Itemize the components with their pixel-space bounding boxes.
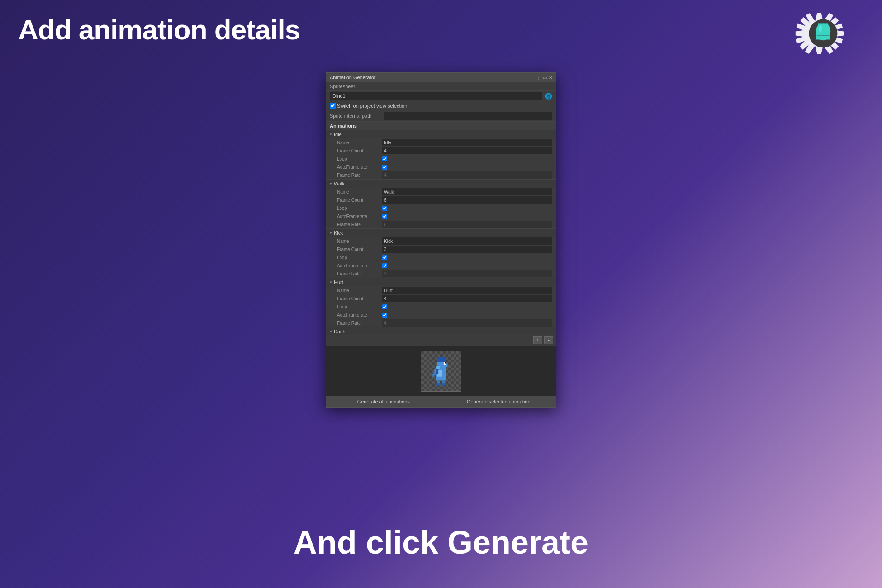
page-subtitle: And click Generate [294, 524, 588, 561]
add-animation-button[interactable]: + [533, 336, 542, 344]
sprite-path-input[interactable] [384, 112, 552, 120]
loop-checkbox[interactable] [382, 206, 387, 211]
auto-framerate-field-row: AutoFramerate [326, 311, 556, 319]
svg-rect-12 [438, 357, 445, 360]
auto-framerate-checkbox[interactable] [382, 165, 387, 170]
animations-body: ▾ Idle Name Frame Count Loop AutoFramera… [326, 130, 556, 334]
loop-check-value [382, 255, 552, 260]
name-field-row: Name [326, 286, 556, 294]
loop-checkbox[interactable] [382, 255, 387, 260]
anim-group-header[interactable]: ▾ Idle [326, 130, 556, 138]
dino-sprite [430, 357, 452, 386]
loop-field-row: Loop [326, 303, 556, 311]
frame-rate-input [382, 319, 552, 327]
dino-input-row: 🌐 [326, 91, 556, 101]
anim-group-dash: ▾ Dash Name Frame Count Loop AutoFramera… [326, 327, 556, 334]
frame-count-field-row: Frame Count [326, 294, 556, 303]
anim-group-header[interactable]: ▾ Kick [326, 229, 556, 237]
frame-count-field-row: Frame Count [326, 147, 556, 155]
anim-group-header[interactable]: ▾ Dash [326, 327, 556, 334]
anim-group-kick: ▾ Kick Name Frame Count Loop AutoFramera… [326, 229, 556, 278]
svg-rect-22 [436, 369, 438, 374]
generate-buttons: Generate all animations Generate selecte… [326, 396, 556, 407]
auto-framerate-checkbox[interactable] [382, 313, 387, 318]
name-label: Name [337, 288, 382, 293]
frame-rate-label: Frame Rate [337, 271, 382, 276]
anim-group-idle: ▾ Idle Name Frame Count Loop AutoFramera… [326, 130, 556, 180]
collapse-arrow: ▾ [330, 329, 332, 334]
page-title: Add animation details [18, 14, 300, 46]
name-input[interactable] [382, 237, 552, 245]
name-input[interactable] [382, 139, 552, 146]
menu-icon[interactable]: ⋮ [536, 75, 541, 80]
name-input[interactable] [382, 188, 552, 195]
name-field-row: Name [326, 138, 556, 147]
auto-framerate-field-row: AutoFramerate [326, 212, 556, 220]
remove-animation-button[interactable]: - [544, 336, 553, 344]
frame-count-label: Frame Count [337, 148, 382, 153]
minimize-icon[interactable]: ▭ [543, 75, 547, 80]
generate-selected-button[interactable]: Generate selected animation [441, 396, 556, 407]
close-icon[interactable]: ✕ [549, 75, 552, 80]
loop-checkbox[interactable] [382, 156, 387, 161]
name-label: Name [337, 239, 382, 244]
switch-label: Switch on project view selection [337, 103, 407, 109]
anim-name: Hurt [334, 280, 343, 285]
animations-header: Animations [326, 122, 556, 130]
auto-framerate-check-value [382, 263, 552, 268]
collapse-arrow: ▾ [330, 181, 332, 186]
anim-name: Kick [334, 230, 343, 236]
anim-name: Idle [334, 132, 342, 137]
name-field-row: Name [326, 237, 556, 245]
auto-framerate-label: AutoFramerate [337, 263, 382, 268]
animation-generator-window: Animation Generator ⋮ ▭ ✕ Spritesheet 🌐 … [326, 72, 556, 408]
collapse-arrow: ▾ [330, 132, 332, 137]
frame-count-input[interactable] [382, 295, 552, 302]
switch-row: Switch on project view selection [326, 101, 556, 110]
gear-logo [782, 9, 864, 90]
auto-framerate-field-row: AutoFramerate [326, 163, 556, 171]
auto-framerate-label: AutoFramerate [337, 214, 382, 219]
auto-framerate-field-row: AutoFramerate [326, 261, 556, 270]
collapse-arrow: ▾ [330, 231, 332, 235]
generate-all-button[interactable]: Generate all animations [326, 396, 441, 407]
frame-count-input[interactable] [382, 196, 552, 204]
name-label: Name [337, 190, 382, 194]
auto-framerate-checkbox[interactable] [382, 214, 387, 219]
frame-count-field-row: Frame Count [326, 196, 556, 204]
loop-label: Loop [337, 304, 382, 309]
loop-check-value [382, 206, 552, 211]
frame-rate-field-row: Frame Rate [326, 171, 556, 179]
svg-marker-2 [816, 24, 830, 40]
frame-count-input[interactable] [382, 147, 552, 154]
anim-group-header[interactable]: ▾ Walk [326, 180, 556, 188]
dino-input[interactable] [330, 92, 542, 100]
window-controls[interactable]: ⋮ ▭ ✕ [536, 75, 552, 80]
frame-rate-field-row: Frame Rate [326, 270, 556, 278]
auto-framerate-check-value [382, 165, 552, 170]
frame-rate-field-row: Frame Rate [326, 220, 556, 228]
anim-name: Dash [334, 329, 346, 334]
frame-rate-label: Frame Rate [337, 173, 382, 178]
loop-check-value [382, 156, 552, 161]
loop-field-row: Loop [326, 155, 556, 163]
name-input[interactable] [382, 287, 552, 294]
collapse-arrow: ▾ [330, 280, 332, 285]
anim-group-header[interactable]: ▾ Hurt [326, 278, 556, 286]
auto-framerate-label: AutoFramerate [337, 313, 382, 318]
frame-count-input[interactable] [382, 246, 552, 253]
spritesheet-label: Spritesheet [330, 84, 384, 89]
auto-framerate-check-value [382, 214, 552, 219]
auto-framerate-checkbox[interactable] [382, 263, 387, 268]
switch-checkbox[interactable] [330, 103, 336, 109]
frame-rate-field-row: Frame Rate [326, 319, 556, 327]
sprite-path-row: Sprite internal path [326, 110, 556, 122]
anim-group-walk: ▾ Walk Name Frame Count Loop AutoFramera… [326, 180, 556, 229]
frame-count-label: Frame Count [337, 198, 382, 203]
svg-rect-10 [445, 362, 446, 363]
loop-checkbox[interactable] [382, 304, 387, 309]
anim-group-hurt: ▾ Hurt Name Frame Count Loop AutoFramera… [326, 278, 556, 327]
frame-rate-input [382, 270, 552, 277]
loop-label: Loop [337, 206, 382, 211]
globe-icon: 🌐 [545, 93, 552, 100]
